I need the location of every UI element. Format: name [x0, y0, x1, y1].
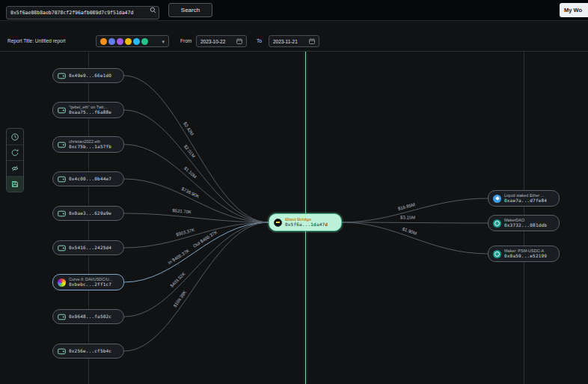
flow-edge[interactable]	[124, 213, 269, 222]
flow-edge[interactable]	[124, 110, 269, 222]
right-graph-node[interactable]: Liquid staked Ether ...0xae7a...d7fe84	[488, 190, 560, 207]
right-graph-node[interactable]: MakerDAO0x3732...081ddb	[488, 215, 560, 231]
left-graph-node[interactable]: 0x49e9...66e1d0	[52, 68, 124, 83]
toolbar-hide-button[interactable]	[7, 160, 23, 176]
search-button[interactable]: Search	[168, 3, 212, 17]
edge-amount-label: $169.38K	[173, 290, 188, 308]
toolbar-refresh-button[interactable]	[7, 144, 23, 160]
report-title: Report Title: Untitled report	[7, 38, 66, 43]
node-text: "tjebel_eth" on Twit...0xaa75...f6a88e	[69, 105, 111, 115]
search-icon	[150, 7, 156, 13]
node-text: 0x0ae3...629a9e	[69, 211, 111, 216]
lido-icon	[493, 195, 501, 203]
blast-icon	[274, 219, 282, 227]
report-bar: Report Title: Untitled report ▾ From 202…	[0, 33, 588, 51]
node-text: christian2022.eth0xc75b...1a57fb	[69, 139, 111, 149]
chain-filter-dropdown[interactable]: ▾	[96, 35, 169, 47]
node-address: 0x4c00...0b44e7	[69, 177, 111, 182]
left-graph-node[interactable]: 0x9648...fa502c	[52, 309, 124, 324]
flow-edge[interactable]	[342, 222, 488, 223]
eye-off-icon	[10, 164, 19, 173]
node-text: Blast Bridge0x5f6a...1da47d	[285, 217, 328, 228]
flow-edge[interactable]	[124, 222, 269, 317]
flow-edge[interactable]	[124, 222, 269, 282]
search-field-wrap	[6, 4, 159, 17]
chain-icon	[117, 38, 123, 45]
history-icon	[10, 132, 19, 141]
node-address: 0xbebc...2ff1c7	[69, 282, 112, 287]
node-text: 0x9648...fa502c	[69, 314, 111, 320]
wallet-icon	[58, 141, 66, 149]
flow-edge[interactable]	[124, 222, 269, 351]
visualizer-app: Search My Wo Report Title: Untitled repo…	[0, 0, 588, 384]
chain-icon	[100, 38, 107, 45]
toolbar-save-button[interactable]	[7, 176, 23, 192]
maker-icon	[493, 219, 501, 228]
my-workspace-button[interactable]: My Wo	[560, 3, 588, 17]
wallet-icon	[58, 347, 66, 356]
node-address: 0x256e...cf5b4c	[69, 349, 111, 354]
edge-amount-label: $521.70K	[172, 208, 192, 214]
wallet-icon	[58, 175, 66, 183]
wallet-icon	[58, 210, 66, 218]
node-address: 0x49e9...66e1d0	[69, 73, 111, 79]
to-date-value: 2023-11-21	[273, 39, 298, 44]
wallet-icon	[58, 244, 66, 252]
node-address: 0x3732...081ddb	[504, 223, 547, 228]
node-address: 0xc75b...1a57fb	[69, 144, 111, 150]
edge-amount-label: $738.90K	[181, 186, 200, 199]
left-graph-node[interactable]: 0x4c00...0b44e7	[52, 171, 124, 186]
edge-amount-label: $3.15M	[400, 215, 415, 219]
chevron-down-icon: ▾	[162, 39, 165, 44]
toolbar-history-button[interactable]	[7, 129, 23, 144]
calendar-icon	[236, 38, 242, 44]
maker-icon	[493, 250, 501, 258]
node-address: 0xaa75...f6a88e	[69, 110, 111, 115]
header-divider	[0, 51, 588, 52]
left-graph-node[interactable]: christian2022.eth0xc75b...1a57fb	[52, 136, 124, 153]
to-label: To	[257, 38, 262, 43]
node-address: 0x5416...2425d4	[69, 246, 111, 251]
refresh-icon	[10, 148, 19, 157]
wallet-icon	[58, 313, 66, 321]
from-label: From	[180, 38, 192, 43]
chain-icon	[133, 38, 140, 45]
left-graph-node[interactable]: 0x0ae3...629a9e	[52, 206, 124, 221]
flow-edge[interactable]	[124, 222, 269, 248]
chain-icon	[108, 38, 115, 45]
flow-edge[interactable]	[342, 222, 488, 254]
edge-amount-label: $16.85M	[397, 202, 415, 211]
node-text: MakerDAO0x3732...081ddb	[504, 218, 547, 228]
node-text: 0x4c00...0b44e7	[69, 177, 111, 182]
from-date-value: 2023-10-22	[200, 39, 225, 44]
node-address: 0xae7a...d7fe84	[504, 198, 547, 204]
chain-icon	[141, 38, 148, 45]
edge-amount-label: $1.90M	[402, 227, 417, 236]
flow-edge[interactable]	[342, 198, 488, 222]
left-graph-node[interactable]: "tjebel_eth" on Twit...0xaa75...f6a88e	[52, 102, 124, 118]
flow-edge[interactable]	[124, 179, 269, 222]
edge-amount-label: $2.42M	[183, 121, 195, 136]
center-node[interactable]: Blast Bridge0x5f6a...1da47d	[269, 213, 342, 231]
left-graph-node[interactable]: 0x5416...2425d4	[52, 240, 124, 255]
edge-amount-label: $1.10M	[183, 166, 197, 180]
from-date-input[interactable]: 2023-10-22	[196, 35, 247, 47]
graph-toolbar	[6, 128, 24, 192]
save-icon	[10, 180, 19, 189]
node-text: Liquid staked Ether ...0xae7a...d7fe84	[504, 193, 547, 203]
right-graph-node[interactable]: Maker: PSM-USDC-A0x0a59...e52199	[488, 246, 560, 262]
flow-edge[interactable]	[124, 144, 269, 222]
edge-amount-label: $2.01M	[183, 144, 196, 158]
calendar-icon	[309, 38, 315, 44]
left-graph-node[interactable]: Curve.fi: DAI/USDC/U...0xbebc...2ff1c7	[52, 274, 124, 290]
search-input[interactable]	[6, 6, 159, 19]
node-text: 0x49e9...66e1d0	[69, 73, 111, 79]
to-date-input[interactable]: 2023-11-21	[269, 35, 319, 47]
top-bar: Search My Wo	[0, 0, 588, 21]
node-text: Maker: PSM-USDC-A0x0a59...e52199	[504, 249, 547, 258]
left-graph-node[interactable]: 0x256e...cf5b4c	[52, 344, 124, 359]
node-address: 0x9648...fa502c	[69, 314, 111, 320]
node-text: 0x5416...2425d4	[69, 246, 111, 251]
node-address: 0x5f6a...1da47d	[285, 222, 328, 228]
wallet-icon	[58, 106, 66, 115]
